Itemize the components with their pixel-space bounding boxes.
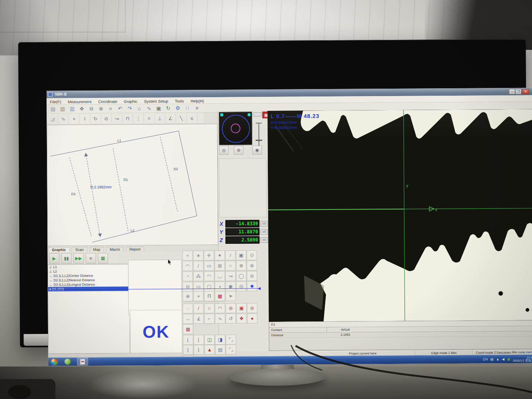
tab-macro[interactable]: Macro (106, 246, 124, 252)
angle-between-tool[interactable]: ∡ (194, 314, 204, 324)
construct-arc[interactable]: ◠ (215, 303, 225, 313)
half-circle-tool[interactable]: ◖ (215, 282, 225, 291)
red-ball-tool[interactable]: ● (247, 313, 258, 323)
tab-map[interactable]: Map (89, 247, 104, 252)
three-point-circle-tool[interactable]: ⁂ (193, 271, 204, 281)
light-control-button-2[interactable]: ⊛ (234, 146, 243, 154)
rotate-measure-icon[interactable]: ↻ (90, 114, 101, 123)
arch-tool[interactable]: ◠ (183, 261, 193, 271)
bridge-icon[interactable]: ⊓ (122, 113, 133, 123)
box-scan-tool[interactable]: ▣ (236, 250, 246, 260)
status-edge-mode[interactable]: Edge mode 1 Mes (415, 350, 473, 355)
capture-frame-tool[interactable]: ⌜⌟ (226, 335, 236, 345)
stop-button[interactable]: ■ (86, 253, 96, 263)
point-tool[interactable]: + (183, 250, 193, 260)
zoom-slider-handle[interactable] (256, 140, 262, 141)
refresh-icon[interactable]: ↻ (163, 104, 173, 112)
start-button[interactable] (51, 358, 58, 365)
line-tool[interactable]: / (225, 250, 236, 260)
camera-view[interactable]: y x L 0.7——M 48.23 X=0.005420mm Y=0.0085… (267, 109, 532, 322)
line2-tool[interactable]: / (193, 261, 204, 271)
light-control-button-3[interactable]: ◉ (252, 146, 262, 154)
image-view-icon[interactable]: ▣ (154, 104, 163, 112)
settings-gear-icon[interactable]: ⚙ (173, 104, 183, 112)
graphic-view-panel[interactable]: L1 L2 D1 D2 D3 D:2.1862mm (47, 124, 218, 246)
menu-tools[interactable]: Tools (171, 98, 187, 103)
point-align-icon[interactable]: ⌖ (69, 114, 79, 124)
taskbar-app-button[interactable] (77, 358, 88, 365)
menu-coordinate[interactable]: Coordinate (95, 99, 120, 104)
menu-graphic[interactable]: Graphic (120, 98, 141, 103)
distance-tool[interactable]: ↔ (183, 314, 193, 324)
blue-star-tool[interactable]: ✹ (247, 281, 257, 291)
partial-circle-tool[interactable]: ◔ (183, 271, 193, 281)
construct-point[interactable]: · (183, 303, 193, 313)
circle-slash-icon[interactable]: ⊘ (101, 114, 112, 123)
frame2-tool[interactable]: ⌜⌟ (226, 345, 236, 355)
calculator-tool[interactable]: ▦ (215, 291, 225, 301)
export-excel-button[interactable]: ▦ (98, 253, 108, 263)
coord-axis-tool[interactable]: ⌊ (194, 335, 204, 345)
arc2-tool[interactable]: ◡ (215, 271, 225, 281)
close-button[interactable]: ✕ (522, 89, 529, 94)
new-file-icon[interactable]: ▤ (48, 105, 58, 113)
coord-clear-tool[interactable]: ⌊ (194, 345, 204, 355)
coord-set-tool[interactable]: ⌊ (183, 345, 193, 355)
coord-origin-tool[interactable]: ⌊ (183, 335, 193, 345)
y-half-button[interactable]: 1/2 (260, 229, 267, 235)
offset-tool[interactable]: ⌐ (204, 314, 215, 324)
cross-point-tool[interactable]: ✛ (204, 250, 214, 260)
tab-scan[interactable]: Scan (72, 247, 88, 252)
maximize-button[interactable]: ❐ (515, 89, 521, 94)
height-measure-icon[interactable]: I (79, 114, 90, 123)
feature-list-panel[interactable]: ∠ L1 ∠ L2 ↔ D1 (L1,L2)Center Distance ↔ … (48, 264, 130, 354)
status-comp-mode[interactable]: After comp cue/mm (514, 350, 532, 355)
x-half-button[interactable]: 1/2 (260, 221, 267, 226)
rectangle-tool[interactable]: ▭ (204, 261, 214, 271)
rect4-tool[interactable]: ▢ (204, 282, 214, 291)
red-region-tool[interactable]: ❖ (236, 313, 247, 323)
diagonal-icon[interactable]: ╲ (176, 113, 187, 123)
slot-tool[interactable]: ⊜ (247, 271, 257, 281)
concentric-tool[interactable]: ◉ (225, 282, 236, 291)
taskbar-browser-icon[interactable] (64, 358, 71, 365)
grid-rect-tool[interactable]: ⊞ (215, 261, 225, 271)
wheel-tool[interactable]: ⊕ (183, 291, 193, 301)
tolerance-icon[interactable]: ≤ (187, 113, 197, 123)
play-button[interactable]: ▶ (49, 253, 59, 264)
pause-button[interactable]: ▮▮ (61, 253, 72, 263)
target-icon[interactable]: ⊕ (96, 105, 106, 113)
z-half-button[interactable]: 1/2 (261, 237, 268, 243)
monitor-b-tool[interactable]: ◨ (215, 335, 225, 345)
curve-trace-tool[interactable]: ↝ (225, 271, 236, 281)
light-control-button-1[interactable]: ◎ (219, 146, 229, 155)
undo-icon[interactable]: ↶ (115, 104, 125, 112)
construct-slot[interactable]: ⊜ (225, 303, 236, 313)
tab-report[interactable]: Report (126, 246, 144, 252)
construct-circle[interactable]: ○ (204, 303, 214, 313)
save-icon[interactable]: ▥ (67, 105, 77, 113)
doc-export-tool[interactable]: ▤ (215, 345, 225, 355)
circle-tool[interactable]: ○ (225, 261, 236, 271)
calc2-tool[interactable]: ▦ (183, 324, 193, 334)
profile-tool[interactable]: ∿ (215, 314, 225, 324)
align-tool[interactable]: ⌖ (193, 291, 204, 301)
big-circle-tool[interactable]: ◯ (236, 271, 246, 281)
multipoint-tool[interactable]: ∗ (193, 250, 204, 260)
parallel-icon[interactable]: = (144, 113, 154, 123)
angle-icon[interactable]: ∠ (165, 113, 176, 123)
navigation-view[interactable] (219, 112, 252, 145)
hand-tool[interactable]: ➤ (225, 291, 236, 301)
select-region-icon[interactable]: ⌗ (106, 105, 115, 113)
tray-keyboard-icon[interactable]: ▤ (490, 357, 494, 361)
redo-icon[interactable]: ↷ (125, 104, 134, 112)
monitor-a-tool[interactable]: ◫ (204, 335, 215, 345)
curve-icon[interactable]: ∿ (144, 104, 154, 112)
status-coord-mode[interactable]: Coord mode 2 Descartes (472, 350, 514, 355)
tray-safety-icon[interactable]: ▦ (507, 357, 510, 361)
construct-rect[interactable]: ▣ (236, 303, 246, 313)
menu-help[interactable]: Help(H) (187, 98, 207, 103)
language-indicator[interactable]: CH (483, 357, 488, 361)
fast-forward-button[interactable]: ▶▶ (74, 253, 84, 263)
construct-line[interactable]: / (193, 303, 204, 313)
